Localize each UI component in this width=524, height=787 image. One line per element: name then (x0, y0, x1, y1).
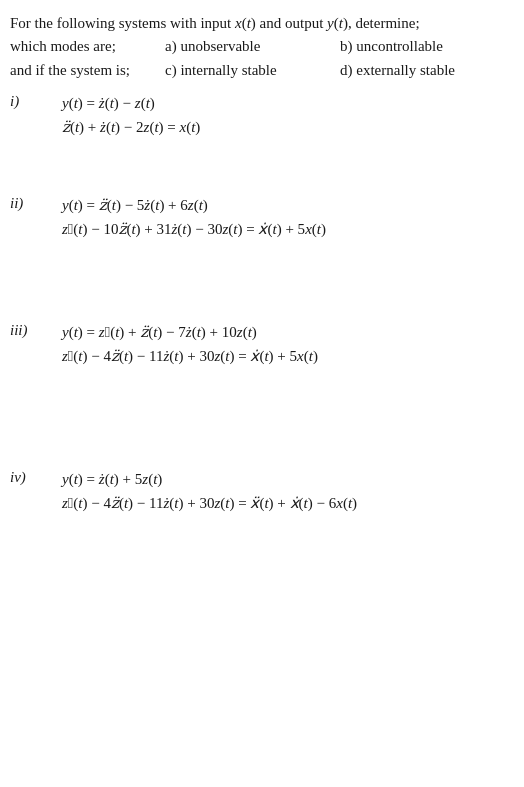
header-which-modes: which modes are; (10, 35, 165, 58)
problem-iii: iii) y(t) = z⃛(t) + z̈(t) − 7ż(t) + 10z(… (10, 321, 514, 368)
problem-iv-eq2: z⃛(t) − 4z̈(t) − 11ż(t) + 30z(t) = ẍ(t) … (62, 492, 357, 515)
problem-iv: iv) y(t) = ż(t) + 5z(t) z⃛(t) − 4z̈(t) −… (10, 468, 514, 515)
problem-i-eq1: y(t) = ż(t) − z(t) (62, 92, 200, 115)
problem-number-ii: ii) (10, 194, 62, 212)
header-line2: which modes are; a) unobservable b) unco… (10, 35, 514, 58)
header-system-is: and if the system is; (10, 59, 165, 82)
problem-number-iv: iv) (10, 468, 62, 486)
header-line3: and if the system is; c) internally stab… (10, 59, 514, 82)
problem-ii: ii) y(t) = z̈(t) − 5ż(t) + 6z(t) z⃛(t) −… (10, 194, 514, 241)
problem-number-iii: iii) (10, 321, 62, 339)
problem-i-eq2: z̈(t) + ż(t) − 2z(t) = x(t) (62, 116, 200, 139)
problem-ii-eq1: y(t) = z̈(t) − 5ż(t) + 6z(t) (62, 194, 326, 217)
header-unobservable: a) unobservable (165, 35, 340, 58)
header-internally-stable: c) internally stable (165, 59, 340, 82)
header-externally-stable: d) externally stable (340, 59, 455, 82)
problem-iii-eq1: y(t) = z⃛(t) + z̈(t) − 7ż(t) + 10z(t) (62, 321, 318, 344)
header-uncontrollable: b) uncontrollable (340, 35, 443, 58)
problem-ii-eq2: z⃛(t) − 10z̈(t) + 31ż(t) − 30z(t) = ẋ(t)… (62, 218, 326, 241)
problem-iii-eq2: z⃛(t) − 4z̈(t) − 11ż(t) + 30z(t) = ẋ(t) … (62, 345, 318, 368)
header-line1: For the following systems with input x(t… (10, 12, 514, 35)
problem-i: i) y(t) = ż(t) − z(t) z̈(t) + ż(t) − 2z(… (10, 92, 514, 139)
problem-number-i: i) (10, 92, 62, 110)
problem-iv-eq1: y(t) = ż(t) + 5z(t) (62, 468, 357, 491)
problem-header: For the following systems with input x(t… (10, 12, 514, 82)
